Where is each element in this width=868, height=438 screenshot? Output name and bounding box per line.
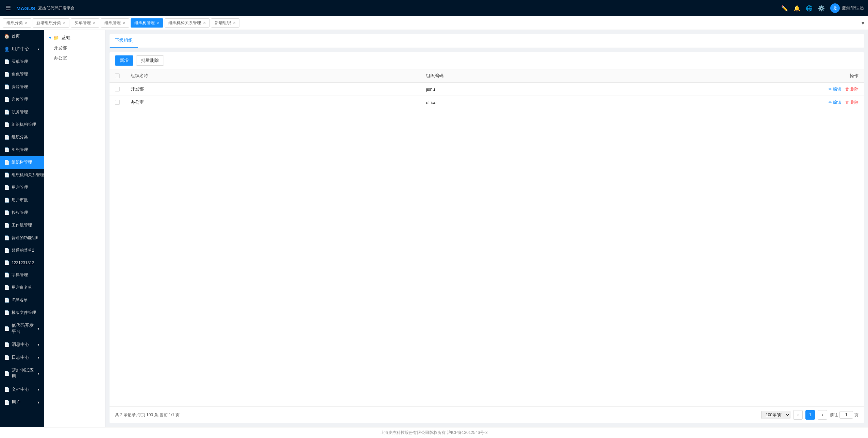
sidebar-item-org-category[interactable]: 📄 组织分类 <box>0 131 44 144</box>
tab-more-icon[interactable]: ▼ <box>861 20 865 26</box>
tree-root-node[interactable]: ▼ 📁 蓝蛙 <box>44 33 105 43</box>
edit-icon[interactable]: ✏️ <box>781 5 788 12</box>
row1-checkbox[interactable] <box>115 87 120 91</box>
tab-add-org-close[interactable]: ✕ <box>233 21 236 25</box>
sidebar-item-org-structure[interactable]: 📄 组织机构管理 <box>0 118 44 131</box>
table-row: 开发部 jishu ✏ 编辑 <box>110 83 864 96</box>
sidebar-item-1231231312[interactable]: 📄 1231231312 <box>0 257 44 269</box>
row2-action-cell: ✏ 编辑 🗑 删除 <box>716 96 864 109</box>
sidebar-item-home-label: 首页 <box>12 33 20 39</box>
menu-toggle-icon[interactable]: ☰ <box>4 3 12 13</box>
sidebar-item-user-whitelist[interactable]: 📄 用户白名单 <box>0 281 44 294</box>
sidebar-item-message-center[interactable]: 📄 消息中心 ▼ <box>0 338 44 351</box>
tab-org-relation[interactable]: 组织机构关系管理 ✕ <box>165 18 210 28</box>
sidebar-item-resource[interactable]: 📄 资源管理 <box>0 81 44 93</box>
sidebar-item-purchase[interactable]: 📄 买单管理 <box>0 55 44 68</box>
right-panel: 下级组织 新增 批量删除 <box>105 30 868 427</box>
sidebar-item-bluefrog-test[interactable]: 📄 蓝蛙测试应用 ▼ <box>0 364 44 383</box>
sidebar-item-role[interactable]: 📄 角色管理 <box>0 68 44 81</box>
row1-delete-button[interactable]: 🗑 删除 <box>845 86 858 92</box>
user-bottom-icon: 📄 <box>4 400 10 405</box>
current-page-button[interactable]: 1 <box>805 410 815 420</box>
doc-center-arrow-icon: ▼ <box>37 388 40 391</box>
table-wrap: 组织名称 组织编码 操作 <box>110 69 864 406</box>
tab-add-org-category-close[interactable]: ✕ <box>63 21 66 25</box>
batch-delete-button[interactable]: 批量删除 <box>136 55 164 66</box>
message-center-arrow-icon: ▼ <box>37 343 40 347</box>
sidebar-item-user-whitelist-label: 用户白名单 <box>12 285 32 290</box>
row2-delete-button[interactable]: 🗑 删除 <box>845 100 858 105</box>
sidebar-item-1231231312-label: 1231231312 <box>12 260 34 265</box>
menu-1231-icon: 📄 <box>4 260 10 265</box>
delete-icon: 🗑 <box>845 87 849 91</box>
settings-icon[interactable]: ⚙️ <box>818 5 825 12</box>
table-toolbar: 新增 批量删除 <box>110 52 864 69</box>
tab-org-category-close[interactable]: ✕ <box>25 21 28 25</box>
tab-org-mgmt-close[interactable]: ✕ <box>123 21 126 25</box>
org-structure-icon: 📄 <box>4 122 10 127</box>
sidebar-item-doc-center[interactable]: 📄 文档中心 ▼ <box>0 383 44 396</box>
tab-add-org[interactable]: 新增组织 ✕ <box>211 18 239 28</box>
sidebar-item-home[interactable]: 🏠 首页 <box>0 30 44 43</box>
sidebar-item-workgroup-label: 工作组管理 <box>12 222 32 228</box>
tab-add-org-category[interactable]: 新增组织分类 ✕ <box>33 18 69 28</box>
page-size-select[interactable]: 100条/页 <box>761 411 790 419</box>
tab-org-category[interactable]: 组织分类 ✕ <box>3 18 31 28</box>
sidebar-item-low-code[interactable]: 📄 低代码开发平台 ▼ <box>0 319 44 338</box>
sidebar-item-doc-center-label: 文档中心 <box>12 386 29 392</box>
doc-center-icon: 📄 <box>4 387 10 392</box>
tree-root-label: 蓝蛙 <box>62 35 70 41</box>
tab-org-relation-close[interactable]: ✕ <box>203 21 206 25</box>
sidebar-item-user-center[interactable]: 👤 用户中心 ▲ <box>0 43 44 55</box>
sidebar-item-common-group6[interactable]: 📄 普通的功能组6 <box>0 232 44 244</box>
bluefrog-test-arrow-icon: ▼ <box>37 372 40 375</box>
sidebar-item-ip-blacklist-label: IP黑名单 <box>12 297 28 303</box>
sidebar-item-job[interactable]: 📄 职务管理 <box>0 106 44 118</box>
sidebar-item-auth[interactable]: 📄 授权管理 <box>0 206 44 219</box>
sidebar-item-org-tree[interactable]: 📄 组织树管理 <box>0 156 44 169</box>
next-page-button[interactable]: › <box>818 410 827 420</box>
user-info[interactable]: 蓝 蓝蛙管理员 <box>830 3 864 13</box>
tree-child-devdept[interactable]: 开发部 <box>44 43 105 53</box>
tab-org-mgmt[interactable]: 组织管理 ✕ <box>101 18 129 28</box>
tab-org-tree-close[interactable]: ✕ <box>157 21 160 25</box>
sidebar-item-common-menu2-label: 普通的菜单2 <box>12 248 34 253</box>
row2-checkbox[interactable] <box>115 100 120 105</box>
select-all-checkbox[interactable] <box>115 73 120 78</box>
sidebar-item-org-relation[interactable]: 📄 组织机构关系管理 <box>0 169 44 181</box>
sidebar-item-dict[interactable]: 📄 字典管理 <box>0 269 44 281</box>
sidebar-item-workgroup[interactable]: 📄 工作组管理 <box>0 219 44 232</box>
sidebar-item-user-bottom[interactable]: 📄 用户 ▼ <box>0 396 44 409</box>
sidebar-item-template-file[interactable]: 📄 模版文件管理 <box>0 306 44 319</box>
prev-page-button[interactable]: ‹ <box>793 410 803 420</box>
tab-purchase-close[interactable]: ✕ <box>93 21 96 25</box>
row2-edit-button[interactable]: ✏ 编辑 <box>829 100 841 105</box>
message-center-icon: 📄 <box>4 342 10 347</box>
sidebar-item-ip-blacklist[interactable]: 📄 IP黑名单 <box>0 294 44 306</box>
sidebar-item-common-menu2[interactable]: 📄 普通的菜单2 <box>0 244 44 257</box>
tab-sub-org[interactable]: 下级组织 <box>110 34 138 48</box>
bell-icon[interactable]: 🔔 <box>794 5 800 12</box>
sidebar-item-user-mgmt[interactable]: 📄 用户管理 <box>0 181 44 194</box>
tree-child-office[interactable]: 办公室 <box>44 53 105 63</box>
pagination-right: 100条/页 ‹ 1 › 前往 页 <box>761 410 858 420</box>
sidebar-item-user-audit[interactable]: 📄 用户审批 <box>0 194 44 206</box>
row2-delete-label: 删除 <box>850 100 858 105</box>
page-jump-input[interactable] <box>839 411 853 419</box>
tab-org-category-label: 组织分类 <box>6 20 23 26</box>
section-tabs-card: 下级组织 <box>110 34 864 48</box>
sidebar-item-position[interactable]: 📄 岗位管理 <box>0 93 44 106</box>
tab-purchase[interactable]: 买单管理 ✕ <box>71 18 99 28</box>
user-center-icon: 👤 <box>4 47 10 52</box>
resource-icon: 📄 <box>4 84 10 89</box>
ip-blacklist-icon: 📄 <box>4 298 10 303</box>
tab-org-tree[interactable]: 组织树管理 ✕ <box>131 18 163 28</box>
row1-edit-button[interactable]: ✏ 编辑 <box>829 86 841 92</box>
table-header-row: 组织名称 组织编码 操作 <box>110 69 864 83</box>
translate-icon[interactable]: 🌐 <box>806 5 813 12</box>
sidebar-item-org-management[interactable]: 📄 组织管理 <box>0 144 44 156</box>
sidebar-item-log-center[interactable]: 📄 日志中心 ▼ <box>0 351 44 364</box>
col-header-action: 操作 <box>716 69 864 83</box>
add-button[interactable]: 新增 <box>115 55 133 66</box>
low-code-icon: 📄 <box>4 326 10 331</box>
